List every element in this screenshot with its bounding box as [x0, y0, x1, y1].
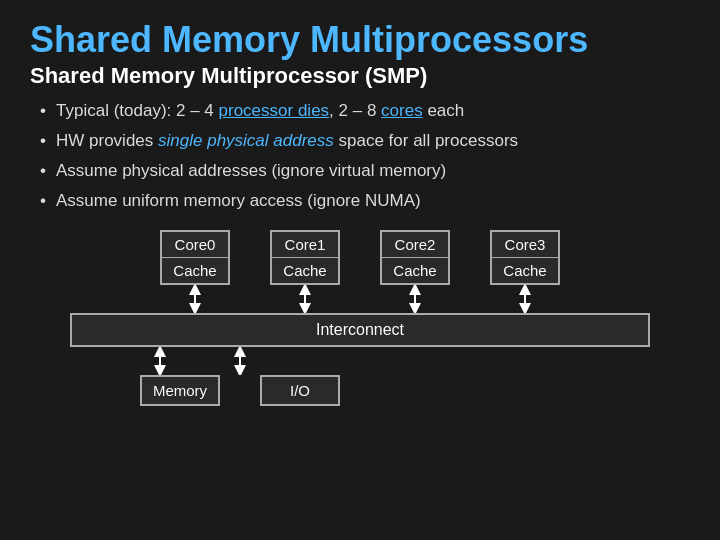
interconnect-bar: Interconnect: [70, 313, 650, 347]
arrow-col-3: [490, 285, 560, 313]
bullet-list: Typical (today): 2 – 4 processor dies, 2…: [30, 99, 690, 212]
memory-box: Memory: [140, 375, 220, 406]
io-box: I/O: [260, 375, 340, 406]
arrow-col-0: [160, 285, 230, 313]
arrow-down-up-3: [515, 285, 535, 313]
main-title: Shared Memory Multiprocessors: [30, 18, 690, 61]
core3-label: Core3: [490, 230, 560, 257]
cache3-label: Cache: [490, 257, 560, 285]
core2-label: Core2: [380, 230, 450, 257]
core-block-1: Core1 Cache: [270, 230, 340, 285]
bottom-section: Memory I/O: [70, 347, 650, 406]
bullet-3: Assume physical addresses (ignore virtua…: [40, 159, 690, 183]
core-block-2: Core2 Cache: [380, 230, 450, 285]
cache1-label: Cache: [270, 257, 340, 285]
core-block-0: Core0 Cache: [160, 230, 230, 285]
core1-label: Core1: [270, 230, 340, 257]
arrow-col-1: [270, 285, 340, 313]
cache0-label: Cache: [160, 257, 230, 285]
cache2-label: Cache: [380, 257, 450, 285]
subtitle: Shared Memory Multiprocessor (SMP): [30, 63, 690, 89]
core-block-3: Core3 Cache: [490, 230, 560, 285]
main-container: Shared Memory Multiprocessors Shared Mem…: [0, 0, 720, 426]
bullet-2: HW provides single physical address spac…: [40, 129, 690, 153]
core0-label: Core0: [160, 230, 230, 257]
interconnect-row: Interconnect: [70, 313, 650, 347]
bullet-1: Typical (today): 2 – 4 processor dies, 2…: [40, 99, 690, 123]
arrow-down-up-0: [185, 285, 205, 313]
arrows-row: [160, 285, 560, 313]
diagram: Core0 Cache Core1 Cache Core2 Cache Core…: [30, 230, 690, 406]
bottom-boxes-row: Memory I/O: [70, 375, 650, 406]
bottom-arrows-row: [70, 347, 650, 375]
bullet-4: Assume uniform memory access (ignore NUM…: [40, 189, 690, 213]
cores-row: Core0 Cache Core1 Cache Core2 Cache Core…: [160, 230, 560, 285]
arrow-memory: [150, 347, 170, 375]
arrow-io: [230, 347, 250, 375]
arrow-down-up-2: [405, 285, 425, 313]
arrow-col-2: [380, 285, 450, 313]
arrow-down-up-1: [295, 285, 315, 313]
